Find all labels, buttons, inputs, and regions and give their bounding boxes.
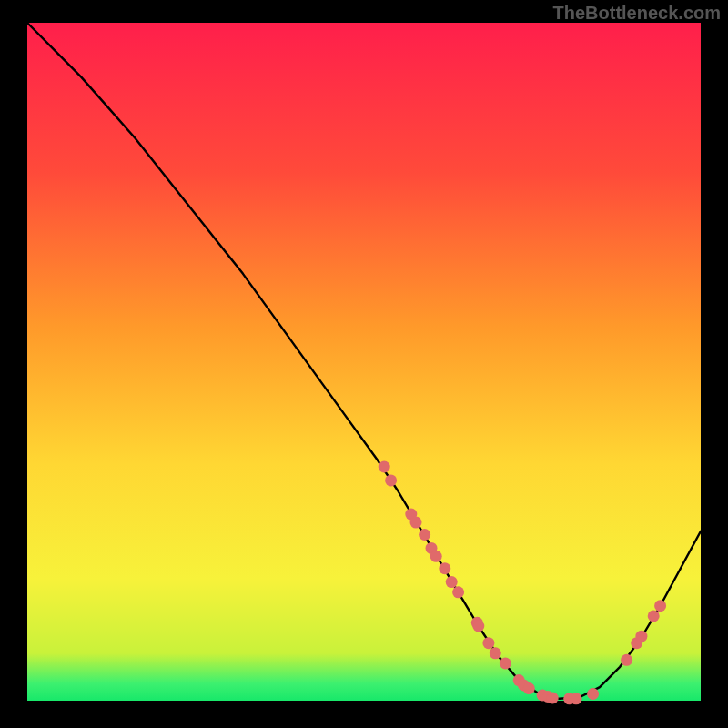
data-point	[635, 631, 647, 642]
data-point	[452, 586, 464, 598]
data-point	[523, 682, 535, 694]
data-point	[648, 610, 660, 622]
data-point	[419, 529, 430, 541]
bottleneck-chart	[0, 0, 728, 728]
data-point	[472, 621, 484, 632]
data-point	[547, 693, 559, 704]
data-point	[571, 693, 582, 704]
data-point	[379, 461, 390, 473]
data-point	[587, 688, 599, 700]
plot-background	[27, 23, 701, 701]
data-point	[482, 637, 494, 649]
data-point	[410, 517, 422, 529]
data-point	[446, 576, 458, 588]
data-point	[500, 658, 511, 670]
data-point	[430, 551, 442, 562]
data-point	[439, 562, 450, 574]
data-point	[654, 600, 666, 612]
watermark-text: TheBottleneck.com	[553, 3, 721, 24]
data-point	[490, 647, 501, 659]
data-point	[385, 474, 397, 486]
data-point	[621, 654, 632, 666]
chart-container: TheBottleneck.com	[0, 0, 728, 728]
